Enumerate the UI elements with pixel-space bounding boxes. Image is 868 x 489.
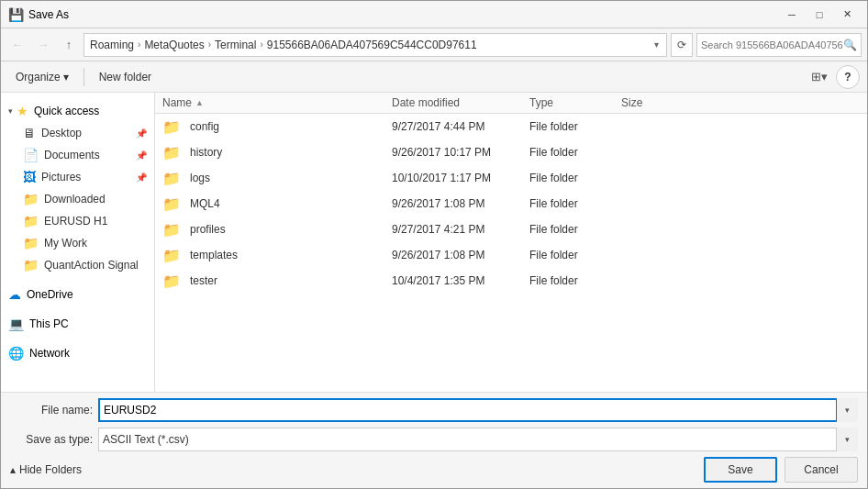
col-header-size[interactable]: Size [621,96,860,109]
thispc-label: This PC [29,317,69,330]
documents-icon: 📄 [23,148,39,162]
folder-icon: 📁 [162,194,181,213]
col-header-name[interactable]: Name ▲ [162,96,392,109]
filename-dropdown-btn[interactable]: ▾ [836,398,858,422]
up-button[interactable]: ↑ [58,34,80,56]
main-area: ▾ ★ Quick access 🖥 Desktop 📌 📄 Documents… [1,93,867,392]
file-name: logs [190,172,210,184]
sidebar-item-onedrive[interactable]: ☁ OneDrive [1,283,154,306]
file-type: File folder [529,120,621,133]
file-type: File folder [529,274,621,287]
minimize-button[interactable]: ─ [779,6,805,24]
titlebar-icon: 💾 [8,7,23,22]
file-name-cell: 📁 tester [162,272,392,290]
toolbar-right: ⊞ ▾ ? [807,65,860,89]
file-row[interactable]: 📁 profiles 9/27/2017 4:21 PM File folder [155,217,867,242]
quickaccess-label: Quick access [34,105,99,117]
new-folder-button[interactable]: New folder [92,65,159,89]
path-segment-terminal[interactable]: Terminal [213,37,258,53]
sidebar-item-desktop[interactable]: 🖥 Desktop 📌 [1,122,154,144]
sidebar-section-onedrive: ☁ OneDrive [1,280,154,309]
filetype-select[interactable]: ASCII Text (*.csv) [98,428,858,451]
organize-button[interactable]: Organize ▾ [8,65,76,89]
maximize-button[interactable]: □ [807,6,832,24]
path-segment-metaquotes[interactable]: MetaQuotes [142,37,206,53]
titlebar-title: Save As [28,8,779,21]
file-name-cell: 📁 history [162,143,392,161]
file-name-cell: 📁 templates [162,246,392,264]
hide-folders-label: Hide Folders [19,463,82,476]
help-button[interactable]: ? [836,65,860,89]
forward-button[interactable]: → [32,34,54,56]
desktop-icon: 🖥 [23,126,36,140]
filename-input[interactable] [98,398,858,422]
downloaded-icon: 📁 [23,192,39,206]
view-arrow: ▾ [821,70,828,83]
file-modified: 9/27/2017 4:44 PM [392,120,529,133]
file-row[interactable]: 📁 history 9/26/2017 10:17 PM File folder [155,139,867,165]
search-box: 🔍 [696,33,862,57]
sidebar-item-eurusd[interactable]: 📁 EURUSD H1 [1,210,154,232]
refresh-button[interactable]: ⟳ [671,33,693,57]
file-row[interactable]: 📁 config 9/27/2017 4:44 PM File folder [155,114,867,139]
address-path[interactable]: Roaming › MetaQuotes › Terminal › 915566… [83,33,667,57]
toolbar: Organize ▾ New folder ⊞ ▾ ? [1,61,867,93]
path-arrow-2: › [208,39,211,50]
back-button[interactable]: ← [6,34,28,56]
file-rows-container: 📁 config 9/27/2017 4:44 PM File folder 📁… [155,114,867,294]
sidebar-item-quantaction[interactable]: 📁 QuantAction Signal [1,254,154,276]
view-options-button[interactable]: ⊞ ▾ [807,65,832,89]
close-button[interactable]: ✕ [834,6,860,24]
file-row[interactable]: 📁 templates 9/26/2017 1:08 PM File folde… [155,242,867,268]
cancel-button[interactable]: Cancel [785,457,858,483]
pin-icon-pictures: 📌 [136,172,147,183]
file-type: File folder [529,146,621,159]
path-segment-roaming[interactable]: Roaming [88,37,136,53]
sidebar-label-mywork: My Work [44,237,87,250]
sidebar-label-desktop: Desktop [41,127,82,139]
file-row[interactable]: 📁 logs 10/10/2017 1:17 PM File folder [155,165,867,191]
path-segment-hash[interactable]: 915566BA06ADA407569C544CC0D97611 [265,37,479,53]
sidebar-item-mywork[interactable]: 📁 My Work [1,232,154,254]
file-row[interactable]: 📁 tester 10/4/2017 1:35 PM File folder [155,268,867,294]
file-type: File folder [529,249,621,261]
hide-folders-button[interactable]: ▴ Hide Folders [10,463,82,476]
sidebar-item-pictures[interactable]: 🖼 Pictures 📌 [1,166,154,188]
sidebar-label-pictures: Pictures [41,171,81,183]
search-input[interactable] [701,39,843,50]
quantaction-icon: 📁 [23,258,39,272]
eurusd-icon: 📁 [23,214,39,228]
folder-icon: 📁 [162,220,181,239]
file-type: File folder [529,197,621,210]
action-buttons: Save Cancel [704,457,858,483]
sidebar-item-network[interactable]: 🌐 Network [1,342,154,364]
titlebar-buttons: ─ □ ✕ [779,6,860,24]
path-dropdown-arrow[interactable]: ▾ [651,38,662,51]
file-name: history [190,146,222,159]
folder-icon: 📁 [162,246,181,264]
save-as-dialog: 💾 Save As ─ □ ✕ ← → ↑ Roaming › MetaQuot… [0,0,868,489]
sidebar-header-quickaccess[interactable]: ▾ ★ Quick access [1,100,154,122]
file-modified: 10/10/2017 1:17 PM [392,172,529,184]
action-row: ▴ Hide Folders Save Cancel [10,457,858,483]
sidebar: ▾ ★ Quick access 🖥 Desktop 📌 📄 Documents… [1,93,155,392]
col-header-modified[interactable]: Date modified [392,96,529,109]
sidebar-item-documents[interactable]: 📄 Documents 📌 [1,144,154,166]
filetype-row: Save as type: ASCII Text (*.csv) ▾ [10,428,858,451]
save-button[interactable]: Save [704,457,777,483]
file-name-cell: 📁 MQL4 [162,194,392,213]
onedrive-icon: ☁ [8,287,21,302]
file-row[interactable]: 📁 MQL4 9/26/2017 1:08 PM File folder [155,191,867,217]
pin-icon-desktop: 📌 [136,128,147,139]
sidebar-section-network: 🌐 Network [1,339,154,368]
sidebar-section-quickaccess: ▾ ★ Quick access 🖥 Desktop 📌 📄 Documents… [1,96,154,280]
sidebar-item-thispc[interactable]: 💻 This PC [1,313,154,335]
file-name: profiles [190,223,226,236]
folder-icon: 📁 [162,272,181,290]
sidebar-item-downloaded[interactable]: 📁 Downloaded [1,188,154,210]
col-header-type[interactable]: Type [529,96,621,109]
organize-arrow: ▾ [63,71,69,83]
file-name-cell: 📁 logs [162,169,392,187]
file-modified: 9/26/2017 1:08 PM [392,197,529,210]
search-icon: 🔍 [843,39,857,51]
